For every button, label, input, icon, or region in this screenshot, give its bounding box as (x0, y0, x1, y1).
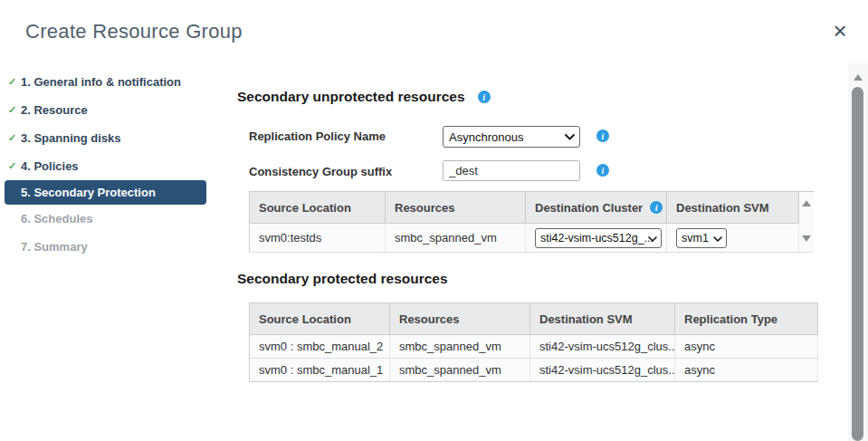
info-icon[interactable]: i (596, 129, 609, 142)
cell-replication-type: async (675, 335, 818, 358)
scroll-up-icon[interactable] (802, 200, 811, 206)
check-icon: ✓ (8, 160, 19, 172)
suffix-label: Consistency Group suffix (249, 165, 392, 178)
cell-replication-type: async (675, 359, 818, 381)
table-row: svm0 : smbc_manual_2 smbc_spanned_vm sti… (250, 335, 818, 359)
col-header-replication-type: Replication Type (675, 303, 818, 334)
unprotected-table-main: Source Location Resources Destination Cl… (250, 191, 799, 253)
cell-resources: smbc_spanned_vm (390, 335, 530, 358)
step-summary[interactable]: ✓ 7. Summary (0, 233, 214, 261)
step-label: 5. Secondary Protection (21, 186, 156, 199)
check-icon: ✓ (8, 76, 19, 88)
suffix-input[interactable] (443, 160, 580, 181)
section-title-text: Secondary unprotected resources (237, 89, 465, 105)
info-icon[interactable]: i (650, 201, 663, 214)
step-secondary-protection[interactable]: ✓ 5. Secondary Protection (5, 180, 206, 205)
col-header-destination-svm: Destination SVM (530, 303, 675, 334)
check-icon: ✓ (8, 132, 19, 144)
protected-table-main: Source Location Resources Destination SV… (250, 302, 818, 382)
step-label: 7. Summary (21, 240, 88, 254)
table-header-row: Source Location Resources Destination Cl… (250, 191, 799, 224)
cell-destination-cluster: sti42-vsim-ucs512g_... (526, 224, 667, 252)
step-resource[interactable]: ✓ 2. Resource (0, 96, 214, 124)
col-header-destination-cluster: Destination Cluster i (526, 192, 667, 223)
step-spanning-disks[interactable]: ✓ 3. Spanning disks (0, 124, 214, 152)
cell-destination-svm: sti42-vsim-ucs512g_clus... (530, 335, 675, 358)
check-icon: ✓ (8, 104, 19, 116)
table-scrollbar (799, 191, 814, 253)
protected-table: Source Location Resources Destination SV… (249, 302, 818, 382)
cell-destination-svm: svm1 (667, 224, 799, 252)
col-header-source-location: Source Location (250, 303, 390, 334)
col-header-source-location: Source Location (250, 192, 386, 223)
wizard-steps: ✓ 1. General info & notification ✓ 2. Re… (0, 68, 214, 261)
cell-source-location: svm0 : smbc_manual_1 (250, 359, 390, 381)
close-icon[interactable]: × (827, 18, 853, 43)
step-label: 1. General info & notification (21, 75, 181, 89)
cell-source-location: svm0 : smbc_manual_2 (250, 335, 390, 358)
create-resource-group-dialog: Create Resource Group × ✓ 1. General inf… (0, 0, 868, 441)
destination-cluster-select[interactable]: sti42-vsim-ucs512g_... (535, 228, 662, 248)
step-label: 3. Spanning disks (21, 131, 121, 145)
cell-resources: smbc_spanned_vm (386, 224, 526, 252)
chevron-down-icon (713, 236, 722, 242)
table-row: svm0:testds smbc_spanned_vm sti42-vsim-u… (250, 224, 799, 253)
scroll-down-icon[interactable] (802, 235, 811, 242)
info-icon[interactable]: i (596, 164, 609, 177)
chevron-down-icon (565, 134, 575, 140)
destination-svm-select[interactable]: svm1 (676, 228, 727, 248)
chevron-down-icon (648, 236, 657, 242)
section-title-protected: Secondary protected resources (237, 271, 448, 287)
col-header-resources: Resources (390, 303, 530, 334)
dialog-title: Create Resource Group (25, 20, 243, 43)
replication-policy-label: Replication Policy Name (249, 129, 386, 143)
table-header-row: Source Location Resources Destination SV… (250, 302, 818, 335)
step-label: 6. Schedules (21, 212, 92, 225)
cell-source-location: svm0:testds (250, 224, 386, 252)
replication-policy-value: Asynchronous (449, 130, 523, 144)
replication-policy-select[interactable]: Asynchronous (443, 126, 580, 148)
scrollbar-thumb[interactable] (852, 87, 863, 441)
step-label: 4. Policies (21, 159, 79, 173)
step-schedules[interactable]: ✓ 6. Schedules (0, 205, 214, 233)
cell-destination-svm: sti42-vsim-ucs512g_clus... (530, 359, 675, 381)
col-header-resources: Resources (386, 192, 526, 223)
step-general-info[interactable]: ✓ 1. General info & notification (0, 68, 214, 96)
destination-cluster-value: sti42-vsim-ucs512g_... (540, 232, 653, 244)
info-icon[interactable]: i (478, 91, 491, 103)
col-header-text: Destination Cluster (535, 201, 643, 215)
col-header-destination-svm: Destination SVM (667, 192, 799, 223)
main-scrollbar (848, 63, 868, 441)
scrollbar-up-icon[interactable] (854, 74, 863, 81)
section-title-text: Secondary protected resources (237, 271, 448, 287)
step-label: 2. Resource (21, 103, 88, 117)
section-title-unprotected: Secondary unprotected resources i (237, 89, 491, 105)
destination-svm-value: svm1 (682, 232, 709, 244)
table-row: svm0 : smbc_manual_1 smbc_spanned_vm sti… (250, 359, 818, 382)
unprotected-table: Source Location Resources Destination Cl… (249, 191, 814, 253)
cell-resources: smbc_spanned_vm (390, 359, 530, 381)
step-policies[interactable]: ✓ 4. Policies (0, 152, 214, 180)
